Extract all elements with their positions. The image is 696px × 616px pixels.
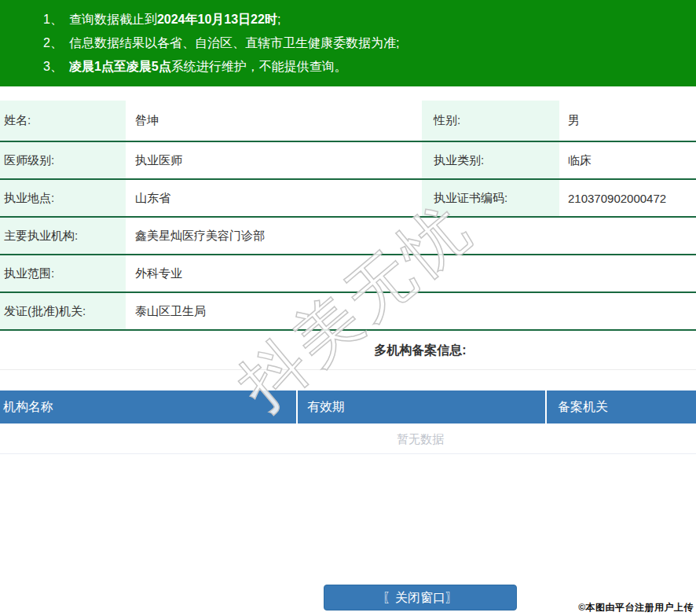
info-value-cert-number: 210370902000472 [559,180,696,216]
notice-number: 1、 [43,13,63,26]
notice-line-1: 1、查询数据截止到2024年10月13日22时; [43,8,696,31]
info-label-scope: 执业范围: [0,255,126,292]
notice-banner: 1、查询数据截止到2024年10月13日22时; 2、信息数据结果以各省、自治区… [0,0,696,86]
info-value-level: 执业医师 [126,142,422,178]
info-value-name: 昝坤 [126,101,422,141]
filing-table: 机构名称 有效期 备案机关 暂无数据 [0,390,696,454]
notice-line-3: 3、凌晨1点至凌晨5点系统进行维护，不能提供查询。 [43,55,696,79]
info-label-name: 姓名: [0,101,126,141]
info-row-scope: 执业范围: 外科专业 [0,255,696,293]
upload-stamp: ©本图由平台注册用户上传 [578,601,694,614]
notice-text: 信息数据结果以各省、自治区、直辖市卫生健康委数据为准; [69,36,399,50]
info-row-main-org: 主要执业机构: 鑫美星灿医疗美容门诊部 [0,218,696,255]
info-value-issuing-authority: 泰山区卫生局 [126,293,696,329]
info-row-name-gender: 姓名: 昝坤 性别: 男 [0,101,696,142]
info-label-cert-number: 执业证书编码: [422,180,559,216]
info-label-category: 执业类别: [422,142,559,178]
notice-number: 2、 [43,36,63,50]
info-value-category: 临床 [559,142,696,178]
notice-line-2: 2、信息数据结果以各省、自治区、直辖市卫生健康委数据为准; [43,31,696,55]
info-value-location: 山东省 [126,180,422,216]
close-window-button[interactable]: 〖关闭窗口〗 [324,585,517,610]
notice-text-bold: 凌晨1点至凌晨5点 [69,60,171,73]
filing-table-header: 机构名称 有效期 备案机关 [0,390,696,424]
practitioner-info-table: 姓名: 昝坤 性别: 男 医师级别: 执业医师 执业类别: 临床 执业地点: 山… [0,101,696,331]
info-label-issuing-authority: 发证(批准)机关: [0,293,126,329]
info-value-main-org: 鑫美星灿医疗美容门诊部 [126,218,696,254]
filing-col-org-name: 机构名称 [0,390,296,424]
filing-col-validity: 有效期 [296,390,545,424]
notice-number: 3、 [43,60,63,73]
info-label-gender: 性别: [422,101,559,141]
info-value-scope: 外科专业 [126,255,696,292]
multi-org-filing-heading: 多机构备案信息: [0,331,696,370]
info-label-main-org: 主要执业机构: [0,218,126,254]
filing-col-filing-authority: 备案机关 [545,390,696,424]
notice-text: 系统进行维护，不能提供查询。 [171,60,347,73]
info-row-level-category: 医师级别: 执业医师 执业类别: 临床 [0,142,696,180]
notice-text-bold: 2024年10月13日22时 [157,13,277,26]
notice-text: ; [277,13,280,26]
filing-empty-state: 暂无数据 [0,424,696,454]
info-label-level: 医师级别: [0,142,126,178]
query-result-page: 1、查询数据截止到2024年10月13日22时; 2、信息数据结果以各省、自治区… [0,0,696,616]
notice-text: 查询数据截止到 [69,13,157,26]
info-label-location: 执业地点: [0,180,126,216]
content-sheet: 1、查询数据截止到2024年10月13日22时; 2、信息数据结果以各省、自治区… [0,0,696,610]
info-row-issuing-authority: 发证(批准)机关: 泰山区卫生局 [0,293,696,331]
info-value-gender: 男 [559,101,696,141]
info-row-location-certno: 执业地点: 山东省 执业证书编码: 210370902000472 [0,180,696,218]
